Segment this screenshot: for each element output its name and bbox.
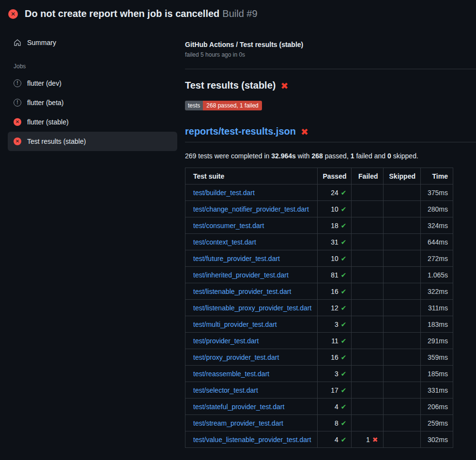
check-icon: ✔ — [341, 304, 347, 312]
test-suite-link[interactable]: test/reassemble_test.dart — [193, 370, 269, 378]
sidebar-item-label: flutter (stable) — [27, 118, 69, 126]
test-suite-link[interactable]: test/future_provider_test.dart — [193, 255, 280, 262]
passed-cell: 24✔ — [318, 184, 352, 201]
table-row: test/proxy_provider_test.dart16✔359ms — [185, 349, 453, 366]
test-suite-cell: test/consumer_test.dart — [185, 217, 318, 234]
test-suite-cell: test/change_notifier_provider_test.dart — [185, 201, 318, 217]
test-suite-link[interactable]: test/change_notifier_provider_test.dart — [193, 205, 309, 213]
time-cell: 280ms — [421, 201, 453, 217]
test-suite-link[interactable]: test/stateful_provider_test.dart — [193, 403, 284, 411]
summary-prefix: 269 tests were completed in — [185, 152, 271, 160]
check-icon: ✔ — [341, 255, 347, 262]
skipped-cell — [383, 250, 420, 267]
test-suite-link[interactable]: test/context_test.dart — [193, 238, 256, 246]
sidebar-item-test-results-stable[interactable]: ✕ Test results (stable) — [8, 132, 177, 151]
skipped-cell — [383, 234, 420, 250]
passed-cell: 12✔ — [318, 300, 352, 316]
failed-cell — [352, 217, 383, 234]
sidebar-item-flutter-dev[interactable]: ! flutter (dev) — [8, 74, 177, 93]
table-row: test/reassemble_test.dart3✔185ms — [185, 366, 453, 382]
test-suite-cell: test/context_test.dart — [185, 234, 318, 250]
skipped-cell — [383, 217, 420, 234]
table-row: test/inherited_provider_test.dart81✔1.06… — [185, 267, 453, 283]
check-icon: ✔ — [341, 222, 347, 230]
summary-skipped-count: 0 — [387, 152, 391, 160]
test-suite-cell: test/builder_test.dart — [185, 184, 318, 201]
check-icon: ✔ — [341, 403, 347, 411]
test-suite-link[interactable]: test/selector_test.dart — [193, 386, 258, 394]
test-suite-link[interactable]: test/listenable_provider_test.dart — [193, 288, 291, 295]
failed-circle-icon: ✕ — [8, 9, 18, 19]
sidebar-item-flutter-stable[interactable]: ✕ flutter (stable) — [8, 112, 177, 132]
table-row: test/value_listenable_provider_test.dart… — [185, 431, 453, 448]
cross-icon: ✖ — [372, 436, 378, 444]
sidebar-item-label: Test results (stable) — [27, 138, 86, 145]
passed-cell: 3✔ — [318, 366, 352, 382]
summary-failed-text: failed and — [354, 152, 388, 160]
badge-label: tests — [185, 101, 203, 110]
col-header-passed: Passed — [318, 168, 352, 184]
report-file-link[interactable]: reports/test-results.json ✖ — [185, 126, 308, 137]
test-suite-link[interactable]: test/listenable_proxy_provider_test.dart — [193, 304, 311, 312]
check-icon: ✔ — [341, 370, 347, 378]
skipped-cell — [383, 201, 420, 217]
failed-cell — [352, 349, 383, 366]
passed-cell: 16✔ — [318, 349, 352, 366]
passed-cell: 31✔ — [318, 234, 352, 250]
skipped-cell — [383, 415, 420, 431]
check-icon: ✔ — [341, 353, 347, 361]
skipped-cell — [383, 267, 420, 283]
header-divider — [185, 69, 476, 69]
time-cell: 322ms — [421, 283, 453, 300]
failed-cell — [352, 283, 383, 300]
test-suite-cell: test/proxy_provider_test.dart — [185, 349, 318, 366]
skipped-cell — [383, 366, 420, 382]
test-suite-link[interactable]: test/provider_test.dart — [193, 337, 259, 345]
breadcrumb: GitHub Actions / Test results (stable) — [185, 41, 476, 48]
passed-cell: 4✔ — [318, 431, 352, 448]
section-title: Test results (stable) ✖ — [185, 80, 476, 91]
col-header-failed: Failed — [352, 168, 383, 184]
col-header-skipped: Skipped — [383, 168, 420, 184]
check-icon: ✔ — [341, 189, 347, 197]
test-suite-link[interactable]: test/builder_test.dart — [193, 189, 255, 197]
col-header-time: Time — [421, 168, 453, 184]
report-file-name: reports/test-results.json — [185, 126, 296, 137]
test-suite-link[interactable]: test/value_listenable_provider_test.dart — [193, 436, 311, 444]
sidebar-summary-label: Summary — [27, 39, 56, 46]
test-suite-link[interactable]: test/proxy_provider_test.dart — [193, 353, 279, 361]
run-status-line: failed 5 hours ago in 0s — [185, 51, 476, 58]
skipped-cell — [383, 184, 420, 201]
jobs-section-label: Jobs — [14, 63, 177, 70]
time-cell: 206ms — [421, 399, 453, 415]
failed-cell — [352, 316, 383, 333]
badge-value: 268 passed, 1 failed — [203, 101, 261, 110]
sidebar-item-summary[interactable]: Summary — [8, 33, 177, 52]
neutral-status-icon: ! — [14, 99, 21, 107]
tests-badge: tests 268 passed, 1 failed — [185, 101, 262, 110]
test-suite-cell: test/reassemble_test.dart — [185, 366, 318, 382]
summary-with: with — [296, 152, 312, 160]
skipped-cell — [383, 316, 420, 333]
test-suite-link[interactable]: test/stream_provider_test.dart — [193, 419, 283, 427]
test-summary-line: 269 tests were completed in 32.964s with… — [185, 152, 476, 160]
skipped-cell — [383, 399, 420, 415]
page-title: Do not create report when job is cancell… — [25, 8, 219, 19]
summary-passed-count: 268 — [312, 152, 323, 160]
table-row: test/multi_provider_test.dart3✔183ms — [185, 316, 453, 333]
test-suite-cell: test/listenable_provider_test.dart — [185, 283, 318, 300]
failed-cell — [352, 399, 383, 415]
sidebar-item-flutter-beta[interactable]: ! flutter (beta) — [8, 93, 177, 112]
table-row: test/consumer_test.dart18✔324ms — [185, 217, 453, 234]
time-cell: 644ms — [421, 234, 453, 250]
table-row: test/future_provider_test.dart10✔272ms — [185, 250, 453, 267]
test-suite-cell: test/provider_test.dart — [185, 333, 318, 349]
test-suite-link[interactable]: test/consumer_test.dart — [193, 222, 264, 230]
test-suite-link[interactable]: test/inherited_provider_test.dart — [193, 271, 289, 279]
failed-cell — [352, 234, 383, 250]
test-suite-cell: test/future_provider_test.dart — [185, 250, 318, 267]
table-row: test/listenable_provider_test.dart16✔322… — [185, 283, 453, 300]
skipped-cell — [383, 283, 420, 300]
test-suite-link[interactable]: test/multi_provider_test.dart — [193, 321, 277, 328]
time-cell: 272ms — [421, 250, 453, 267]
